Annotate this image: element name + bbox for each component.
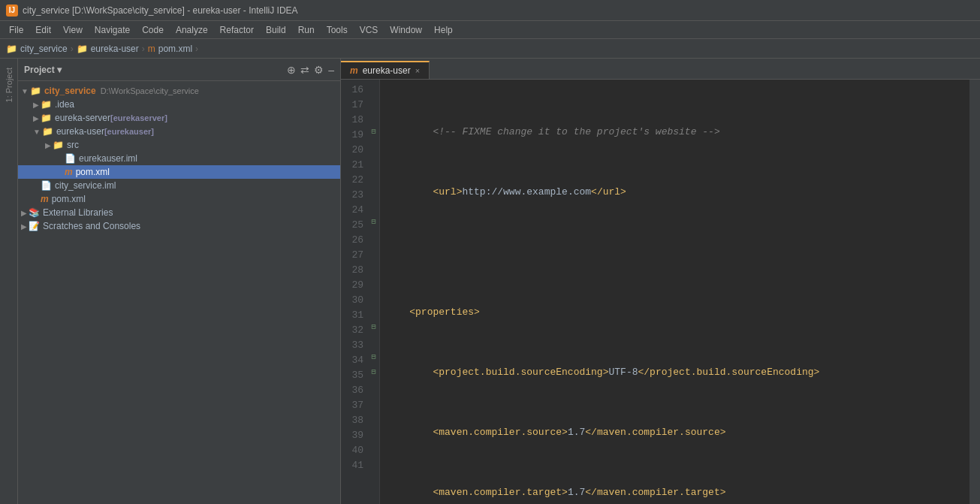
expand-arrow: ▶ bbox=[21, 209, 27, 217]
sidebar-actions: ⊕ ⇄ ⚙ – bbox=[287, 64, 334, 76]
tree-item-eureka-user[interactable]: ▼ 📁 eureka-user [eurekauser] bbox=[18, 125, 340, 138]
titlebar: IJ city_service [D:\WorkSpace\city_servi… bbox=[0, 0, 980, 21]
tree-item-pom-xml[interactable]: ▶ m pom.xml bbox=[18, 165, 340, 179]
tree-label: External Libraries bbox=[43, 207, 113, 218]
menu-item-file[interactable]: File bbox=[3, 23, 29, 37]
iml-icon: 📄 bbox=[65, 153, 76, 164]
settings-icon[interactable]: ⚙ bbox=[314, 64, 324, 76]
sidebar-header: Project ▾ ⊕ ⇄ ⚙ – bbox=[18, 59, 340, 81]
scratch-icon: 📝 bbox=[29, 221, 40, 231]
menu-item-refactor[interactable]: Refactor bbox=[214, 23, 260, 37]
tree-item-idea[interactable]: ▶ 📁 .idea bbox=[18, 98, 340, 111]
tree-item-external-libraries[interactable]: ▶ 📚 External Libraries bbox=[18, 206, 340, 219]
menu-item-window[interactable]: Window bbox=[384, 23, 428, 37]
menu-item-edit[interactable]: Edit bbox=[29, 23, 57, 37]
project-tool-window-btn[interactable]: 1: Project bbox=[3, 65, 15, 105]
tree-label: .idea bbox=[55, 99, 74, 110]
menu-item-help[interactable]: Help bbox=[428, 23, 459, 37]
xml-icon2: m bbox=[41, 194, 49, 204]
code-line-22: <maven.compiler.target>1.7</maven.compil… bbox=[386, 485, 963, 500]
folder-icon: 📁 bbox=[53, 140, 64, 150]
app-icon: IJ bbox=[6, 5, 18, 17]
fold-gutter: ⊟ ⊟ ⊟ ⊟ ⊟ bbox=[368, 80, 380, 504]
menu-item-build[interactable]: Build bbox=[260, 23, 292, 37]
tree-label: eureka-server bbox=[55, 113, 110, 123]
folder-icon: 📁 bbox=[41, 99, 52, 110]
menu-item-tools[interactable]: Tools bbox=[321, 23, 354, 37]
menu-item-view[interactable]: View bbox=[57, 23, 89, 37]
editor-area: m eureka-user × 16 17 18 19 20 21 22 23 … bbox=[341, 59, 980, 504]
tab-eureka-user[interactable]: m eureka-user × bbox=[341, 61, 430, 79]
tree-item-eurekauser-iml[interactable]: ▶ 📄 eurekauser.iml bbox=[18, 152, 340, 165]
tab-file-icon: m bbox=[350, 65, 358, 76]
tree-item-pom-xml-root[interactable]: ▶ m pom.xml bbox=[18, 192, 340, 206]
line-numbers: 16 17 18 19 20 21 22 23 24 25 26 27 28 2… bbox=[341, 80, 368, 504]
breadcrumb: 📁 city_service › 📁 eureka-user › m pom.x… bbox=[0, 39, 980, 59]
menu-item-navigate[interactable]: Navigate bbox=[89, 23, 136, 37]
editor-tabs: m eureka-user × bbox=[341, 59, 980, 80]
sidebar: Project ▾ ⊕ ⇄ ⚙ – ▼ 📁 city_service D:\Wo… bbox=[18, 59, 341, 504]
hide-icon[interactable]: – bbox=[328, 64, 334, 76]
right-gutter-scrollbar[interactable] bbox=[969, 80, 980, 504]
expand-arrow: ▼ bbox=[33, 128, 41, 136]
tree-bracket-label: [eurekauser] bbox=[104, 127, 154, 136]
tree-item-city-service-iml[interactable]: ▶ 📄 city_service.iml bbox=[18, 179, 340, 192]
tree-label: src bbox=[67, 140, 79, 150]
expand-arrow: ▶ bbox=[45, 141, 51, 149]
tree-label: eureka-user bbox=[56, 126, 104, 137]
tab-close-btn[interactable]: × bbox=[415, 66, 420, 75]
code-editor[interactable]: 16 17 18 19 20 21 22 23 24 25 26 27 28 2… bbox=[341, 80, 980, 504]
vertical-toolbar: 1: Project bbox=[0, 59, 18, 504]
tree-label: city_service bbox=[44, 86, 96, 96]
menu-item-vcs[interactable]: VCS bbox=[354, 23, 384, 37]
tab-label: eureka-user bbox=[363, 65, 411, 76]
menu-item-code[interactable]: Code bbox=[136, 23, 170, 37]
add-icon[interactable]: ⊕ bbox=[287, 64, 296, 76]
folder-icon: 📁 bbox=[30, 86, 41, 96]
xml-icon: m bbox=[65, 167, 73, 177]
iml-icon2: 📄 bbox=[41, 180, 52, 191]
fold-btn-35[interactable]: ⊟ bbox=[368, 365, 379, 380]
tree-label: pom.xml bbox=[76, 167, 110, 177]
sidebar-tree: ▼ 📁 city_service D:\WorkSpace\city_servi… bbox=[18, 81, 340, 504]
menu-item-analyze[interactable]: Analyze bbox=[170, 23, 214, 37]
breadcrumb-pom-xml-label[interactable]: pom.xml bbox=[158, 44, 192, 54]
expand-arrow: ▼ bbox=[21, 87, 29, 95]
folder-icon: 📁 bbox=[41, 113, 52, 123]
main-layout: 1: Project Project ▾ ⊕ ⇄ ⚙ – ▼ 📁 city_se… bbox=[0, 59, 980, 504]
expand-arrow: ▶ bbox=[21, 222, 27, 231]
tree-item-eureka-server[interactable]: ▶ 📁 eureka-server [eurekaserver] bbox=[18, 111, 340, 125]
tree-item-city-service[interactable]: ▼ 📁 city_service D:\WorkSpace\city_servi… bbox=[18, 84, 340, 98]
fold-btn-25[interactable]: ⊟ bbox=[368, 215, 379, 230]
code-line-19: <properties> bbox=[386, 305, 963, 320]
menubar: FileEditViewNavigateCodeAnalyzeRefactorB… bbox=[0, 21, 980, 39]
tree-item-src[interactable]: ▶ 📁 src bbox=[18, 138, 340, 152]
code-line-17: <url>http://www.example.com</url> bbox=[386, 185, 963, 200]
breadcrumb-city-service[interactable]: city_service bbox=[20, 44, 68, 54]
fold-btn-32[interactable]: ⊟ bbox=[368, 320, 379, 335]
fold-btn-34[interactable]: ⊟ bbox=[368, 350, 379, 365]
menu-item-run[interactable]: Run bbox=[292, 23, 321, 37]
code-content[interactable]: <!-- FIXME change it to the project's we… bbox=[380, 80, 969, 504]
tree-item-scratches[interactable]: ▶ 📝 Scratches and Consoles bbox=[18, 219, 340, 233]
breadcrumb-eureka-user[interactable]: eureka-user bbox=[91, 44, 139, 54]
window-title: city_service [D:\WorkSpace\city_service]… bbox=[23, 5, 298, 16]
expand-arrow: ▶ bbox=[33, 114, 39, 122]
breadcrumb-pom-xml: m bbox=[148, 44, 155, 54]
code-line-21: <maven.compiler.source>1.7</maven.compil… bbox=[386, 425, 963, 440]
tree-label: eurekauser.iml bbox=[79, 153, 137, 164]
code-line-18 bbox=[386, 245, 963, 260]
tree-sublabel: D:\WorkSpace\city_service bbox=[101, 86, 199, 95]
tree-label: Scratches and Consoles bbox=[43, 221, 140, 231]
tree-label: city_service.iml bbox=[55, 180, 116, 191]
expand-arrow: ▶ bbox=[33, 101, 39, 109]
tree-bracket-label: [eurekaserver] bbox=[110, 113, 167, 122]
sidebar-title: Project ▾ bbox=[24, 65, 62, 75]
collapse-icon[interactable]: ⇄ bbox=[300, 64, 309, 76]
breadcrumb-folder-icon: 📁 bbox=[6, 44, 17, 54]
folder-icon: 📁 bbox=[42, 126, 53, 137]
tree-label: pom.xml bbox=[52, 194, 86, 204]
breadcrumb-folder-icon2: 📁 bbox=[77, 44, 88, 54]
code-line-20: <project.build.sourceEncoding>UTF-8</pro… bbox=[386, 365, 963, 380]
fold-btn-19[interactable]: ⊟ bbox=[368, 125, 379, 140]
